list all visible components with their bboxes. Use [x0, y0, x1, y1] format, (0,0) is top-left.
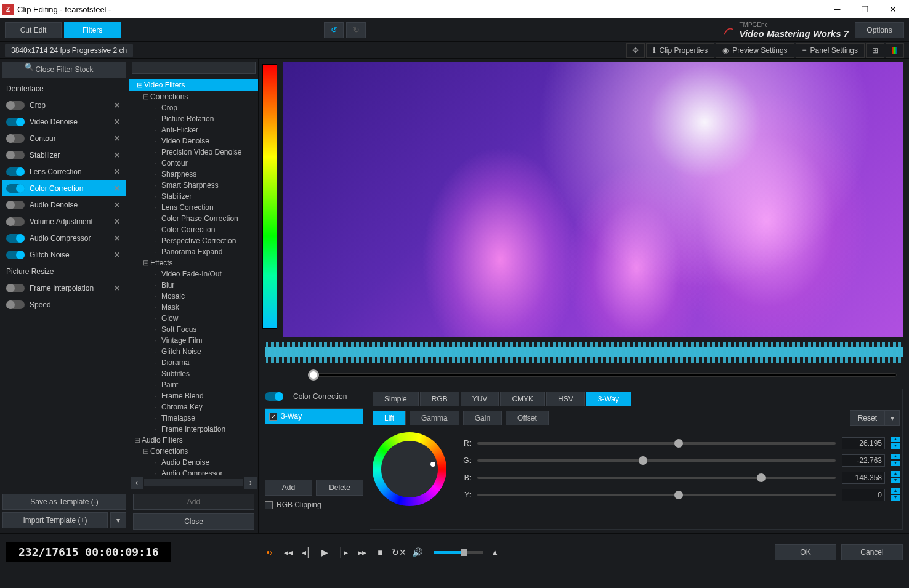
remove-icon[interactable]: ✕: [111, 201, 123, 209]
stock-item-lens-correction[interactable]: Lens Correction✕: [2, 163, 126, 180]
preview-settings-button[interactable]: ◉Preview Settings: [716, 43, 794, 58]
toggle[interactable]: [6, 300, 25, 309]
maximize-button[interactable]: ☐: [851, 1, 879, 18]
tree-node[interactable]: ·Panorama Expand: [129, 246, 258, 257]
tree-node[interactable]: ⊟Audio Filters: [129, 435, 258, 446]
tree-node[interactable]: ·Frame Interpolation: [129, 424, 258, 435]
stock-item-frame-interpolation[interactable]: Frame Interpolation✕: [2, 280, 126, 296]
toggle[interactable]: [6, 217, 25, 226]
color-strip-button[interactable]: [886, 43, 904, 58]
tree-node[interactable]: ·Mask: [129, 302, 258, 313]
tree-node[interactable]: ·Audio Compressor: [129, 468, 258, 475]
channel-slider[interactable]: [477, 442, 836, 445]
tree-node[interactable]: ·Sharpness: [129, 169, 258, 180]
next-fast-button[interactable]: ▸▸: [356, 546, 368, 558]
filter-tree[interactable]: ⊟Video Filters⊟Corrections·Crop·Picture …: [129, 76, 258, 475]
checkbox-icon[interactable]: ✓: [269, 413, 277, 421]
clip-properties-button[interactable]: ℹClip Properties: [646, 43, 715, 58]
stock-item-glitch-noise[interactable]: Glitch Noise✕: [2, 246, 126, 263]
redo-button[interactable]: ↻: [346, 22, 366, 38]
next-frame-button[interactable]: │▸: [337, 546, 350, 558]
toggle[interactable]: [6, 118, 25, 126]
cc-delete-button[interactable]: Delete: [316, 480, 363, 496]
toggle[interactable]: [6, 234, 25, 243]
cc-subtab-gamma[interactable]: Gamma: [410, 411, 459, 425]
video-preview[interactable]: [283, 62, 903, 337]
tree-scroll-left[interactable]: ‹: [131, 477, 143, 489]
tree-node[interactable]: ·Glow: [129, 313, 258, 324]
filters-button[interactable]: Filters: [64, 22, 121, 38]
stock-item-color-correction[interactable]: Color Correction✕: [2, 180, 126, 196]
cc-subtab-lift[interactable]: Lift: [373, 411, 406, 425]
tree-node[interactable]: ·Video Denoise: [129, 135, 258, 147]
toggle[interactable]: [6, 284, 25, 292]
timeline-scrub[interactable]: [265, 368, 903, 382]
volume-slider[interactable]: [434, 551, 483, 554]
tree-close-button[interactable]: Close: [133, 513, 254, 530]
channel-value[interactable]: 0: [842, 489, 885, 501]
remove-icon[interactable]: ✕: [111, 101, 123, 110]
stock-item-stabilizer[interactable]: Stabilizer✕: [2, 147, 126, 163]
tree-node[interactable]: ·Precision Video Denoise: [129, 147, 258, 158]
tree-node[interactable]: ·Blur: [129, 280, 258, 291]
stock-item-audio-compressor[interactable]: Audio Compressor✕: [2, 230, 126, 246]
tree-node[interactable]: ·Smart Sharpness: [129, 180, 258, 191]
options-button[interactable]: Options: [855, 22, 904, 38]
tree-hscroll[interactable]: [144, 479, 243, 486]
remove-icon[interactable]: ✕: [111, 118, 123, 126]
channel-slider[interactable]: [477, 459, 836, 462]
color-wheel-cursor[interactable]: [430, 462, 435, 467]
audio-waveform[interactable]: [265, 339, 903, 365]
cc-tab-3-way[interactable]: 3-Way: [586, 392, 631, 406]
cc-tab-hsv[interactable]: HSV: [546, 392, 585, 406]
remove-icon[interactable]: ✕: [111, 251, 123, 259]
undo-button[interactable]: ↺: [324, 22, 344, 38]
prev-frame-button[interactable]: ◂│: [301, 546, 313, 558]
remove-icon[interactable]: ✕: [111, 184, 123, 193]
stock-item-deinterlace[interactable]: Deinterlace: [2, 80, 126, 97]
stock-item-crop[interactable]: Crop✕: [2, 97, 126, 113]
toggle[interactable]: [6, 151, 25, 159]
minimize-button[interactable]: ─: [823, 1, 851, 18]
tree-node[interactable]: ·Glitch Noise: [129, 346, 258, 357]
tree-node[interactable]: ·Color Phase Correction: [129, 213, 258, 224]
cc-reset-button[interactable]: Reset: [850, 410, 885, 426]
panel-settings-button[interactable]: ≡Panel Settings: [796, 43, 865, 58]
cut-edit-button[interactable]: Cut Edit: [5, 22, 62, 38]
tree-node[interactable]: ·Vintage Film: [129, 335, 258, 346]
channel-spinner[interactable]: ▴▾: [891, 437, 900, 450]
channel-slider[interactable]: [477, 477, 836, 479]
play-button[interactable]: ▶: [319, 546, 331, 558]
cc-tab-simple[interactable]: Simple: [373, 392, 419, 406]
channel-value[interactable]: -22.763: [842, 454, 885, 467]
channel-value[interactable]: 148.358: [842, 472, 885, 484]
tree-add-button[interactable]: Add: [133, 494, 254, 510]
channel-value[interactable]: 26.195: [842, 437, 885, 449]
tree-node[interactable]: ·Mosaic: [129, 291, 258, 302]
tree-node[interactable]: ⊟Corrections: [129, 446, 258, 457]
close-window-button[interactable]: ✕: [879, 1, 907, 18]
tree-node[interactable]: ·Crop: [129, 102, 258, 113]
tree-node[interactable]: ·Chroma Key: [129, 401, 258, 413]
stock-item-contour[interactable]: Contour✕: [2, 130, 126, 147]
cc-enable-toggle[interactable]: [265, 392, 283, 401]
stock-item-picture-resize[interactable]: Picture Resize: [2, 263, 126, 280]
volume-icon[interactable]: 🔊: [411, 546, 424, 558]
ok-button[interactable]: OK: [775, 544, 836, 560]
close-filter-stock-button[interactable]: Close Filter Stock: [2, 62, 126, 78]
rgb-clipping-checkbox[interactable]: [265, 501, 273, 509]
tree-node[interactable]: ⊟Effects: [129, 257, 258, 268]
tree-node[interactable]: ·Frame Blend: [129, 390, 258, 401]
toggle[interactable]: [6, 101, 25, 110]
tree-node[interactable]: ·Stabilizer: [129, 191, 258, 202]
channel-spinner[interactable]: ▴▾: [891, 454, 900, 467]
toggle[interactable]: [6, 167, 25, 176]
tree-node[interactable]: ·Video Fade-In/Out: [129, 268, 258, 280]
import-template-button[interactable]: Import Template (+): [2, 512, 108, 528]
import-template-dropdown[interactable]: ▾: [110, 512, 126, 528]
cc-subtab-offset[interactable]: Offset: [506, 411, 549, 425]
tree-node[interactable]: ·Lens Correction: [129, 202, 258, 213]
playhead[interactable]: [308, 369, 319, 381]
tree-scroll-right[interactable]: ›: [244, 477, 257, 489]
tree-node[interactable]: ·Audio Denoise: [129, 457, 258, 468]
